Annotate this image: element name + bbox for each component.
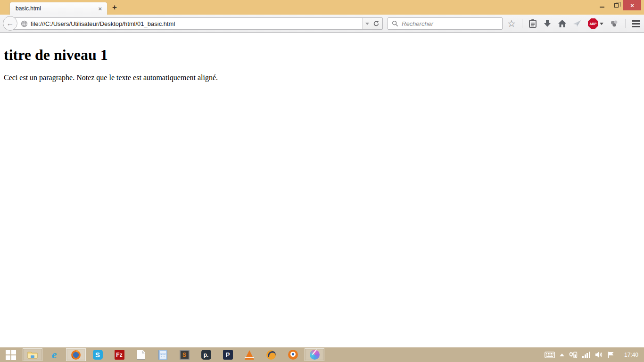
taskbar-item-vlc[interactable] [239, 347, 260, 362]
home-icon [558, 19, 567, 28]
action-center-flag-icon[interactable] [607, 351, 615, 359]
send-tab-button[interactable] [573, 19, 582, 28]
bookmark-star-button[interactable]: ☆ [507, 19, 516, 28]
touch-keyboard-icon[interactable] [545, 352, 555, 358]
downloads-button[interactable] [543, 19, 552, 28]
taskbar-item-sublime-text[interactable]: S [173, 347, 195, 362]
processing-icon: p. [201, 350, 211, 360]
taskbar-item-blender[interactable] [282, 347, 304, 362]
navigation-toolbar: ← file:///C:/Users/Utilisateur/Desktop/h… [0, 15, 644, 33]
adblock-dropdown-caret-icon[interactable] [600, 23, 603, 25]
libreoffice-document-icon [137, 350, 145, 360]
filezilla-icon: Fz [115, 350, 124, 360]
toolbar-separator [522, 19, 522, 28]
extension-button[interactable] [610, 19, 619, 28]
url-bar[interactable]: file:///C:/Users/Utilisateur/Desktop/htm… [10, 17, 383, 30]
taskbar-item-skype[interactable]: S [87, 347, 108, 362]
taskbar-item-audacity[interactable] [260, 347, 282, 362]
minimize-icon [600, 7, 604, 8]
page-heading: titre de niveau 1 [4, 46, 640, 64]
search-placeholder: Rechercher [402, 20, 433, 27]
taskbar-item-p-app[interactable]: P [217, 347, 239, 362]
taskbar-apps: e S Fz S p. P [0, 347, 325, 362]
system-tray: 17:40 [545, 347, 644, 362]
power-battery-icon[interactable] [569, 351, 578, 359]
taskbar-item-firefox[interactable] [65, 347, 87, 362]
volume-icon[interactable] [595, 351, 603, 358]
p-app-icon: P [223, 350, 233, 360]
search-icon [392, 20, 398, 27]
adblock-plus-icon: ABP [588, 18, 598, 29]
hamburger-icon [632, 20, 640, 22]
molecule-icon [610, 19, 619, 28]
taskbar-clock[interactable]: 17:40 [624, 352, 638, 358]
taskbar-item-internet-explorer[interactable]: e [43, 347, 65, 362]
internet-explorer-icon: e [52, 348, 57, 361]
adblock-plus-button[interactable]: ABP [588, 18, 603, 29]
home-button[interactable] [558, 19, 567, 28]
reload-button[interactable] [373, 20, 380, 27]
search-box[interactable]: Rechercher [388, 17, 503, 30]
new-tab-button[interactable]: + [112, 3, 117, 12]
vlc-cone-icon [245, 350, 254, 360]
menu-button[interactable] [632, 20, 640, 27]
minimize-button[interactable] [595, 0, 609, 10]
tab-title: basic.html [16, 5, 97, 12]
toolbar-separator [625, 19, 626, 28]
toolbar-buttons: ☆ ABP [507, 15, 640, 33]
taskbar-item-krita[interactable] [304, 347, 325, 362]
taskbar-item-processing[interactable]: p. [195, 347, 217, 362]
close-button[interactable]: × [623, 0, 641, 10]
star-icon: ☆ [507, 19, 516, 28]
taskbar-item-libreoffice[interactable] [130, 347, 152, 362]
windows-logo-icon [6, 350, 16, 360]
file-explorer-icon [27, 351, 38, 359]
browser-tab[interactable]: basic.html × [9, 2, 107, 15]
restore-icon [614, 3, 619, 8]
taskbar-item-calculator[interactable] [152, 347, 173, 362]
restore-button[interactable] [609, 0, 623, 10]
skype-icon: S [93, 350, 103, 360]
urlbar-end-controls [362, 18, 382, 29]
krita-palette-icon [310, 350, 320, 360]
start-button[interactable] [0, 347, 22, 362]
tab-close-icon[interactable]: × [97, 5, 103, 12]
bookmarks-menu-button[interactable] [528, 19, 537, 28]
sublime-text-icon: S [180, 350, 190, 360]
network-signal-icon[interactable] [582, 352, 590, 358]
back-arrow-icon: ← [7, 20, 14, 27]
show-hidden-icons-caret[interactable] [560, 354, 564, 356]
audacity-headphones-icon [266, 350, 276, 360]
site-identity-globe-icon[interactable] [21, 20, 28, 27]
taskbar-item-filezilla[interactable]: Fz [108, 347, 130, 362]
firefox-icon [71, 350, 81, 360]
calculator-icon [158, 350, 167, 360]
url-text[interactable]: file:///C:/Users/Utilisateur/Desktop/htm… [31, 20, 362, 27]
windows-taskbar: e S Fz S p. P [0, 347, 644, 362]
taskbar-item-file-explorer[interactable] [22, 347, 43, 362]
paper-plane-icon [573, 19, 582, 28]
titlebar-tabstrip: basic.html × + × [0, 0, 644, 15]
blender-icon [288, 350, 298, 360]
back-button[interactable]: ← [3, 16, 17, 31]
download-arrow-icon [543, 19, 552, 28]
window-controls: × [595, 0, 641, 10]
clipboard-icon [528, 19, 537, 28]
page-paragraph: Ceci est un paragraphe. Notez que le tex… [4, 74, 640, 82]
browser-viewport: titre de niveau 1 Ceci est un paragraphe… [0, 33, 644, 347]
url-history-dropdown-icon[interactable] [365, 23, 369, 25]
